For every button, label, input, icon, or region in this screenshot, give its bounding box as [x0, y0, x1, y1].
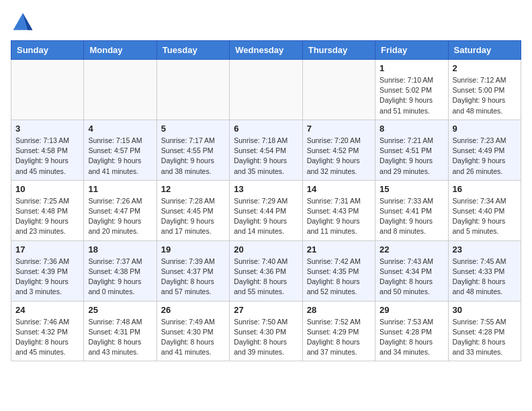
day-number: 19 — [161, 244, 225, 255]
day-info: Sunrise: 7:40 AM Sunset: 4:36 PM Dayligh… — [234, 257, 298, 298]
day-number: 25 — [88, 305, 152, 315]
day-info: Sunrise: 7:36 AM Sunset: 4:39 PM Dayligh… — [15, 257, 79, 298]
day-info: Sunrise: 7:55 AM Sunset: 4:28 PM Dayligh… — [453, 317, 517, 358]
day-header-saturday: Saturday — [448, 41, 521, 60]
calendar-cell: 17Sunrise: 7:36 AM Sunset: 4:39 PM Dayli… — [11, 240, 84, 301]
day-info: Sunrise: 7:15 AM Sunset: 4:57 PM Dayligh… — [88, 136, 152, 177]
day-info: Sunrise: 7:42 AM Sunset: 4:35 PM Dayligh… — [307, 257, 371, 298]
day-number: 8 — [380, 124, 443, 134]
day-number: 5 — [161, 124, 225, 134]
calendar-cell: 28Sunrise: 7:52 AM Sunset: 4:29 PM Dayli… — [302, 301, 375, 361]
day-info: Sunrise: 7:17 AM Sunset: 4:55 PM Dayligh… — [161, 136, 225, 177]
calendar-cell: 13Sunrise: 7:29 AM Sunset: 4:44 PM Dayli… — [230, 180, 302, 240]
day-info: Sunrise: 7:18 AM Sunset: 4:54 PM Dayligh… — [234, 136, 298, 177]
day-info: Sunrise: 7:34 AM Sunset: 4:40 PM Dayligh… — [453, 196, 517, 237]
calendar-cell: 7Sunrise: 7:20 AM Sunset: 4:52 PM Daylig… — [302, 120, 375, 180]
day-header-monday: Monday — [84, 41, 157, 60]
day-info: Sunrise: 7:28 AM Sunset: 4:45 PM Dayligh… — [161, 196, 225, 237]
day-info: Sunrise: 7:20 AM Sunset: 4:52 PM Dayligh… — [307, 136, 371, 177]
day-number: 20 — [234, 244, 298, 255]
day-number: 10 — [15, 184, 79, 194]
calendar-cell: 20Sunrise: 7:40 AM Sunset: 4:36 PM Dayli… — [230, 240, 302, 301]
day-number: 6 — [234, 124, 298, 134]
calendar-cell: 22Sunrise: 7:43 AM Sunset: 4:34 PM Dayli… — [375, 240, 448, 301]
day-header-thursday: Thursday — [302, 41, 375, 60]
calendar-cell: 15Sunrise: 7:33 AM Sunset: 4:41 PM Dayli… — [375, 180, 448, 240]
day-info: Sunrise: 7:50 AM Sunset: 4:30 PM Dayligh… — [234, 317, 298, 358]
day-info: Sunrise: 7:46 AM Sunset: 4:32 PM Dayligh… — [15, 317, 79, 358]
day-info: Sunrise: 7:21 AM Sunset: 4:51 PM Dayligh… — [380, 136, 443, 177]
day-number: 15 — [380, 184, 443, 194]
day-header-wednesday: Wednesday — [230, 41, 302, 60]
day-info: Sunrise: 7:13 AM Sunset: 4:58 PM Dayligh… — [15, 136, 79, 177]
day-number: 21 — [307, 244, 371, 255]
calendar-cell: 21Sunrise: 7:42 AM Sunset: 4:35 PM Dayli… — [302, 240, 375, 301]
calendar-cell — [230, 60, 302, 120]
calendar-cell: 27Sunrise: 7:50 AM Sunset: 4:30 PM Dayli… — [230, 301, 302, 361]
day-number: 14 — [307, 184, 371, 194]
day-number: 4 — [88, 124, 152, 134]
calendar-cell: 18Sunrise: 7:37 AM Sunset: 4:38 PM Dayli… — [84, 240, 157, 301]
calendar-cell: 2Sunrise: 7:12 AM Sunset: 5:00 PM Daylig… — [448, 60, 521, 120]
day-info: Sunrise: 7:12 AM Sunset: 5:00 PM Dayligh… — [453, 75, 517, 116]
day-number: 28 — [307, 305, 371, 315]
day-info: Sunrise: 7:52 AM Sunset: 4:29 PM Dayligh… — [307, 317, 371, 358]
calendar-cell: 16Sunrise: 7:34 AM Sunset: 4:40 PM Dayli… — [448, 180, 521, 240]
calendar-cell: 10Sunrise: 7:25 AM Sunset: 4:48 PM Dayli… — [11, 180, 84, 240]
day-number: 29 — [380, 305, 443, 315]
calendar-cell: 6Sunrise: 7:18 AM Sunset: 4:54 PM Daylig… — [230, 120, 302, 180]
calendar-cell: 1Sunrise: 7:10 AM Sunset: 5:02 PM Daylig… — [375, 60, 448, 120]
day-number: 27 — [234, 305, 298, 315]
calendar-cell — [302, 60, 375, 120]
day-number: 18 — [88, 244, 152, 255]
day-number: 12 — [161, 184, 225, 194]
day-number: 9 — [453, 124, 517, 134]
day-number: 2 — [453, 63, 517, 73]
day-info: Sunrise: 7:26 AM Sunset: 4:47 PM Dayligh… — [88, 196, 152, 237]
calendar-cell: 3Sunrise: 7:13 AM Sunset: 4:58 PM Daylig… — [11, 120, 84, 180]
header — [11, 11, 521, 35]
day-info: Sunrise: 7:33 AM Sunset: 4:41 PM Dayligh… — [380, 196, 443, 237]
calendar-cell — [157, 60, 229, 120]
calendar-cell: 14Sunrise: 7:31 AM Sunset: 4:43 PM Dayli… — [302, 180, 375, 240]
day-info: Sunrise: 7:29 AM Sunset: 4:44 PM Dayligh… — [234, 196, 298, 237]
day-number: 11 — [88, 184, 152, 194]
day-info: Sunrise: 7:39 AM Sunset: 4:37 PM Dayligh… — [161, 257, 225, 298]
day-number: 13 — [234, 184, 298, 194]
day-info: Sunrise: 7:53 AM Sunset: 4:28 PM Dayligh… — [380, 317, 443, 358]
day-number: 7 — [307, 124, 371, 134]
day-header-friday: Friday — [375, 41, 448, 60]
calendar-cell: 19Sunrise: 7:39 AM Sunset: 4:37 PM Dayli… — [157, 240, 229, 301]
calendar-cell: 26Sunrise: 7:49 AM Sunset: 4:30 PM Dayli… — [157, 301, 229, 361]
day-info: Sunrise: 7:48 AM Sunset: 4:31 PM Dayligh… — [88, 317, 152, 358]
calendar-cell: 25Sunrise: 7:48 AM Sunset: 4:31 PM Dayli… — [84, 301, 157, 361]
day-number: 26 — [161, 305, 225, 315]
logo-icon — [11, 11, 35, 35]
day-number: 22 — [380, 244, 443, 255]
logo — [11, 11, 39, 35]
calendar-cell: 30Sunrise: 7:55 AM Sunset: 4:28 PM Dayli… — [448, 301, 521, 361]
day-info: Sunrise: 7:49 AM Sunset: 4:30 PM Dayligh… — [161, 317, 225, 358]
day-number: 23 — [453, 244, 517, 255]
day-header-sunday: Sunday — [11, 41, 84, 60]
day-info: Sunrise: 7:10 AM Sunset: 5:02 PM Dayligh… — [380, 75, 443, 116]
day-info: Sunrise: 7:23 AM Sunset: 4:49 PM Dayligh… — [453, 136, 517, 177]
calendar-cell — [11, 60, 84, 120]
calendar-cell: 5Sunrise: 7:17 AM Sunset: 4:55 PM Daylig… — [157, 120, 229, 180]
day-info: Sunrise: 7:25 AM Sunset: 4:48 PM Dayligh… — [15, 196, 79, 237]
calendar-cell: 12Sunrise: 7:28 AM Sunset: 4:45 PM Dayli… — [157, 180, 229, 240]
day-info: Sunrise: 7:31 AM Sunset: 4:43 PM Dayligh… — [307, 196, 371, 237]
day-info: Sunrise: 7:37 AM Sunset: 4:38 PM Dayligh… — [88, 257, 152, 298]
calendar: SundayMondayTuesdayWednesdayThursdayFrid… — [11, 40, 521, 361]
day-number: 1 — [380, 63, 443, 73]
calendar-cell: 23Sunrise: 7:45 AM Sunset: 4:33 PM Dayli… — [448, 240, 521, 301]
calendar-cell: 9Sunrise: 7:23 AM Sunset: 4:49 PM Daylig… — [448, 120, 521, 180]
day-header-tuesday: Tuesday — [157, 41, 229, 60]
calendar-cell: 11Sunrise: 7:26 AM Sunset: 4:47 PM Dayli… — [84, 180, 157, 240]
day-info: Sunrise: 7:45 AM Sunset: 4:33 PM Dayligh… — [453, 257, 517, 298]
day-number: 17 — [15, 244, 79, 255]
calendar-cell: 4Sunrise: 7:15 AM Sunset: 4:57 PM Daylig… — [84, 120, 157, 180]
calendar-cell: 29Sunrise: 7:53 AM Sunset: 4:28 PM Dayli… — [375, 301, 448, 361]
calendar-cell — [84, 60, 157, 120]
calendar-cell: 24Sunrise: 7:46 AM Sunset: 4:32 PM Dayli… — [11, 301, 84, 361]
